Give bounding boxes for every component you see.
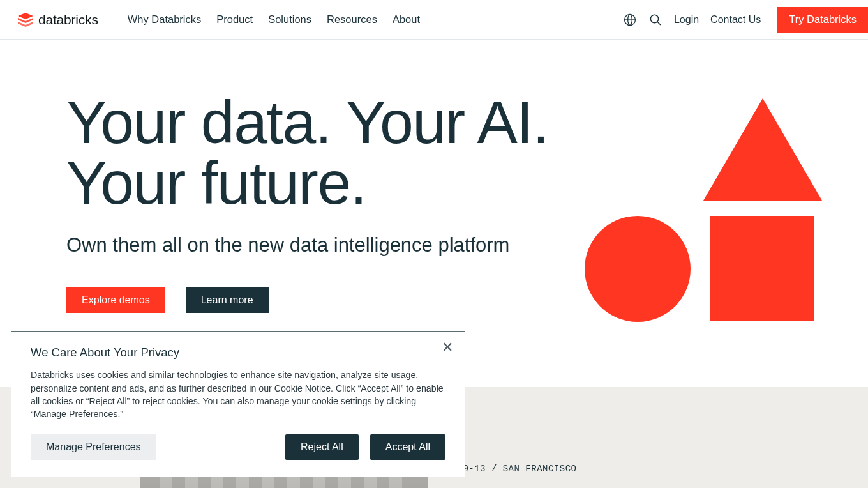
svg-line-4 [657, 22, 661, 25]
cookie-body: Databricks uses cookies and similar tech… [31, 369, 445, 420]
try-databricks-button[interactable]: Try Databricks [777, 7, 868, 33]
hero-title-line1: Your data. Your AI. [66, 88, 548, 156]
header-right: Login Contact Us Try Databricks [623, 0, 868, 39]
nav-about[interactable]: About [393, 13, 420, 26]
hero-title: Your data. Your AI. Your future. [66, 92, 577, 213]
globe-icon[interactable] [623, 13, 637, 27]
nav-resources[interactable]: Resources [327, 13, 377, 26]
nav-why-databricks[interactable]: Why Databricks [128, 13, 202, 26]
explore-demos-button[interactable]: Explore demos [66, 287, 165, 313]
brand-logo-icon [18, 13, 33, 27]
square-icon [710, 216, 814, 321]
nav-solutions[interactable]: Solutions [268, 13, 311, 26]
learn-more-button[interactable]: Learn more [186, 287, 269, 313]
brand-logo-text: databricks [38, 12, 98, 27]
contact-link[interactable]: Contact Us [710, 14, 761, 26]
search-icon[interactable] [648, 13, 662, 27]
site-header: databricks Why Databricks Product Soluti… [0, 0, 868, 40]
cookie-buttons: Manage Preferences Reject All Accept All [31, 434, 445, 460]
login-link[interactable]: Login [674, 14, 699, 26]
svg-point-3 [650, 15, 658, 22]
hero-title-line2: Your future. [66, 149, 366, 217]
manage-preferences-button[interactable]: Manage Preferences [31, 434, 156, 460]
cookie-notice-link[interactable]: Cookie Notice [274, 383, 331, 393]
reject-all-button[interactable]: Reject All [285, 434, 359, 460]
triangle-icon [703, 98, 822, 201]
cookie-consent-dialog: ✕ We Care About Your Privacy Databricks … [11, 331, 465, 477]
close-icon[interactable]: ✕ [442, 340, 453, 355]
cookie-title: We Care About Your Privacy [31, 346, 445, 360]
accept-all-button[interactable]: Accept All [370, 434, 445, 460]
hero-graphic [585, 98, 822, 322]
circle-icon [585, 216, 691, 322]
primary-nav: Why Databricks Product Solutions Resourc… [128, 13, 420, 26]
brand-logo[interactable]: databricks [18, 12, 98, 27]
nav-product[interactable]: Product [216, 13, 253, 26]
